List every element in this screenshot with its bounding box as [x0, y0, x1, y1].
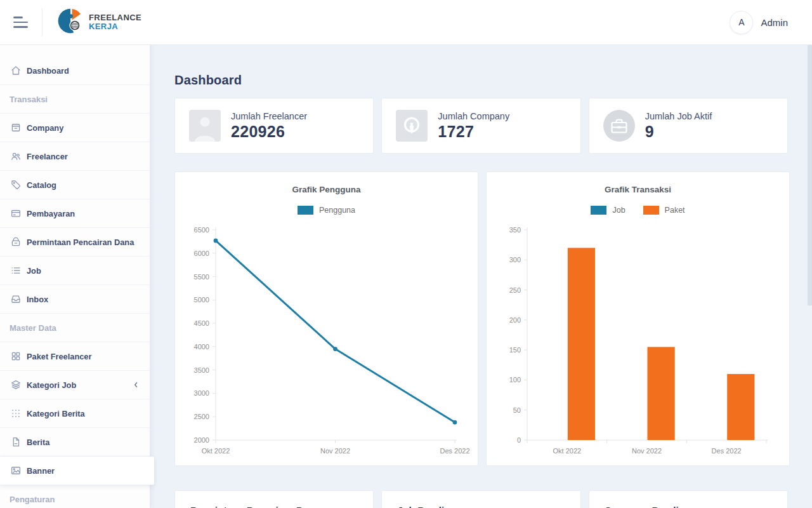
svg-text:150: 150 [509, 346, 521, 354]
sidebar-item-job[interactable]: Job [0, 257, 150, 285]
svg-text:Des 2022: Des 2022 [712, 447, 742, 455]
chart-title: Grafik Pengguna [175, 185, 478, 194]
sidebar-item-kategori-job[interactable]: Kategori Job [0, 371, 150, 399]
avatar-initial: A [738, 17, 744, 27]
stat-label: Jumlah Job Aktif [645, 111, 712, 121]
line-chart-canvas: 2000250030003500400045005000550060006500… [175, 224, 478, 461]
sidebar-item-company[interactable]: Company [0, 114, 150, 142]
sidebar-item-freelancer[interactable]: Freelancer [0, 142, 150, 171]
file-icon [10, 436, 22, 448]
svg-text:Des 2022: Des 2022 [440, 447, 469, 455]
svg-text:0: 0 [517, 436, 521, 444]
user-name: Admin [761, 17, 788, 28]
legend-swatch [591, 206, 606, 215]
brand-text-line2: KERJA [89, 22, 141, 31]
svg-text:Okt 2022: Okt 2022 [202, 447, 230, 455]
brand-logo[interactable]: FREELANCE KERJA [58, 8, 141, 36]
bottom-card-title: Job Pending [397, 505, 565, 508]
list-icon [10, 265, 22, 276]
sidebar-item-label: Pembayaran [27, 209, 75, 218]
stat-value: 9 [645, 123, 712, 141]
chart-legend: Pengguna [175, 206, 478, 215]
main-content: Dashboard Jumlah Freelancer 220926 Jumla… [150, 45, 812, 508]
legend-item-paket: Paket [643, 206, 685, 215]
pengguna-chart-card: Grafik Pengguna Pengguna 200025003000350… [174, 171, 478, 466]
svg-text:50: 50 [513, 406, 521, 414]
legend-item-pengguna: Pengguna [298, 206, 355, 215]
sidebar-item-kategori-berita[interactable]: Kategori Berita [0, 399, 150, 428]
sidebar-item-permintaan-pencairan-dana[interactable]: Permintaan Pencairan Dana [0, 228, 150, 257]
legend-label: Pengguna [319, 206, 355, 215]
svg-text:2500: 2500 [194, 413, 209, 420]
sidebar-item-label: Banner [27, 466, 55, 476]
brand-text-line1: FREELANCE [89, 13, 141, 22]
page-title: Dashboard [174, 73, 788, 88]
bottom-card-title: Company Pending [605, 505, 772, 508]
svg-text:300: 300 [509, 256, 521, 264]
wallet-icon [10, 236, 22, 248]
legend-label: Paket [665, 206, 685, 215]
legend-swatch [643, 206, 659, 215]
stat-card-jumlah-job-aktif: Jumlah Job Aktif 9 [589, 98, 788, 154]
svg-text:200: 200 [509, 316, 521, 324]
sidebar-item-label: Catalog [27, 180, 56, 190]
credit-card-icon [10, 208, 22, 219]
inbox-icon [10, 293, 22, 305]
stat-value: 1727 [438, 123, 509, 141]
legend-item-job: Job [591, 206, 625, 215]
svg-text:3500: 3500 [194, 366, 209, 374]
sidebar-item-label: Berita [27, 438, 49, 447]
stat-label: Jumlah Company [438, 111, 509, 121]
sidebar-item-berita[interactable]: Berita [0, 428, 150, 457]
sidebar-item-label: Dashboard [27, 66, 69, 76]
stat-value: 220926 [231, 123, 307, 141]
stat-label: Jumlah Freelancer [231, 111, 307, 121]
topbar: FREELANCE KERJA A Admin [0, 0, 812, 45]
svg-text:6000: 6000 [194, 250, 209, 257]
briefcase-icon [603, 110, 635, 142]
sidebar-section-master-data: Master Data [0, 314, 150, 342]
stat-card-jumlah-freelancer: Jumlah Freelancer 220926 [174, 98, 374, 154]
sidebar-section-pengaturan: Pengaturan [0, 485, 150, 508]
scrollbar-thumb[interactable] [808, 45, 812, 305]
legend-label: Job [612, 206, 625, 215]
svg-text:Nov 2022: Nov 2022 [320, 447, 350, 455]
bottom-row: Permintaan Pencairan Dana Job Pending Co… [174, 490, 788, 508]
topbar-divider [42, 8, 43, 36]
svg-text:350: 350 [509, 226, 521, 234]
chart-title: Grafik Transaksi [487, 185, 789, 194]
charts-row: Grafik Pengguna Pengguna 200025003000350… [174, 171, 788, 466]
company-avatar-icon [396, 110, 428, 142]
sidebar-item-catalog[interactable]: Catalog [0, 171, 150, 199]
freelancer-avatar-icon [189, 110, 221, 142]
image-icon [10, 465, 22, 476]
menu-toggle-icon[interactable] [13, 17, 30, 28]
sidebar-item-inbox[interactable]: Inbox [0, 285, 150, 314]
avatar[interactable]: A [730, 11, 753, 34]
layers-icon [10, 379, 22, 391]
svg-text:5500: 5500 [194, 273, 209, 281]
tag-icon [10, 179, 22, 190]
sidebar-item-label: Paket Freelancer [27, 352, 91, 361]
bottom-card-permintaan-pencairan-dana: Permintaan Pencairan Dana [174, 490, 374, 508]
svg-text:6500: 6500 [194, 226, 209, 234]
sidebar-item-label: Job [27, 266, 41, 276]
sidebar-item-label: Permintaan Pencairan Dana [27, 237, 134, 247]
svg-text:4000: 4000 [194, 343, 209, 351]
sidebar-item-paket-freelancer[interactable]: Paket Freelancer [0, 342, 150, 371]
bottom-card-company-pending: Company Pending [589, 490, 788, 508]
sidebar-item-label: Kategori Job [27, 380, 76, 390]
sidebar-item-label: Freelancer [27, 152, 68, 161]
sidebar-menu: Dashboard Transaksi Company Freelancer C… [0, 45, 150, 508]
svg-text:250: 250 [509, 286, 521, 294]
svg-text:100: 100 [509, 376, 521, 384]
bottom-card-job-pending: Job Pending [381, 490, 580, 508]
company-icon [10, 122, 22, 133]
dots-grid-icon [10, 408, 22, 419]
sidebar-item-label: Kategori Berita [27, 409, 85, 418]
sidebar-item-dashboard[interactable]: Dashboard [0, 57, 150, 85]
sidebar-item-banner[interactable]: Banner [0, 457, 154, 485]
sidebar-item-pembayaran[interactable]: Pembayaran [0, 199, 150, 228]
svg-text:2000: 2000 [194, 436, 209, 444]
bottom-card-title: Permintaan Pencairan Dana [190, 505, 358, 508]
